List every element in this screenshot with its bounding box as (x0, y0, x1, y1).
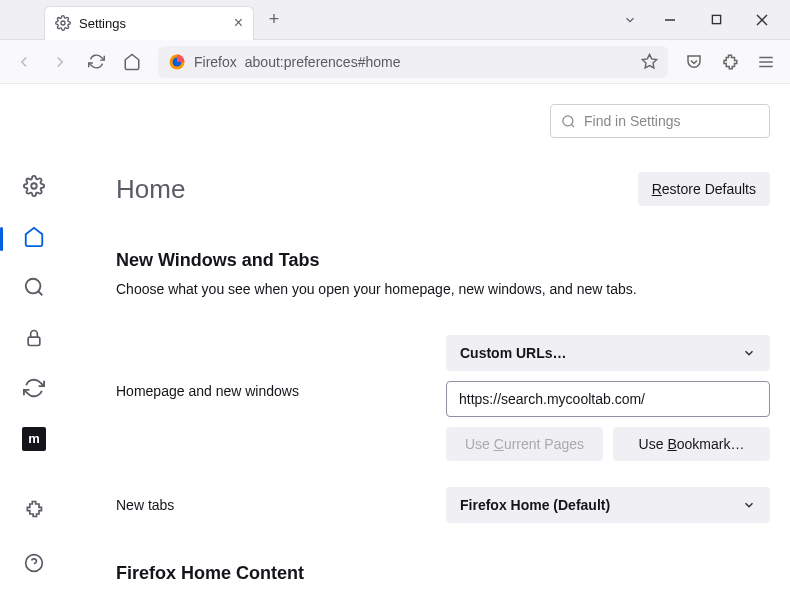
identity-label: Firefox (194, 54, 237, 70)
sidebar-item-home[interactable] (16, 221, 52, 254)
window-controls (648, 4, 790, 36)
svg-line-13 (38, 292, 42, 296)
maximize-button[interactable] (694, 4, 738, 36)
select-value: Firefox Home (Default) (460, 497, 610, 513)
browser-tab[interactable]: Settings × (44, 6, 254, 40)
svg-point-11 (31, 184, 37, 190)
svg-point-0 (61, 21, 65, 25)
app-menu-icon[interactable] (750, 46, 782, 78)
section-desc: Choose what you see when you open your h… (116, 281, 770, 297)
tabs-dropdown-icon[interactable] (612, 13, 648, 27)
use-bookmark-button[interactable]: Use Bookmark… (613, 427, 770, 461)
chevron-down-icon (742, 498, 756, 512)
select-value: Custom URLs… (460, 345, 567, 361)
pocket-icon[interactable] (678, 46, 710, 78)
newtabs-select[interactable]: Firefox Home (Default) (446, 487, 770, 523)
sidebar-item-general[interactable] (16, 170, 52, 203)
settings-sidebar: m (0, 84, 68, 591)
search-icon (561, 114, 576, 129)
sidebar-item-mdn[interactable]: m (16, 423, 52, 456)
titlebar: Settings × + (0, 0, 790, 40)
svg-point-12 (26, 279, 41, 294)
gear-icon (55, 15, 71, 31)
forward-button[interactable] (44, 46, 76, 78)
page-title: Home (116, 174, 185, 205)
new-tab-button[interactable]: + (260, 6, 288, 34)
svg-rect-14 (28, 337, 40, 345)
sidebar-item-help[interactable] (16, 545, 52, 581)
firefox-home-heading: Firefox Home Content (116, 563, 770, 584)
content-area: m Find in Settings Home Restore Defaults… (0, 84, 790, 591)
search-placeholder: Find in Settings (584, 113, 681, 129)
svg-line-18 (571, 124, 574, 127)
tab-title: Settings (79, 16, 126, 31)
homepage-select[interactable]: Custom URLs… (446, 335, 770, 371)
back-button[interactable] (8, 46, 40, 78)
home-button[interactable] (116, 46, 148, 78)
svg-rect-2 (712, 15, 720, 23)
reload-button[interactable] (80, 46, 112, 78)
nav-toolbar: Firefox about:preferences#home (0, 40, 790, 84)
homepage-label: Homepage and new windows (116, 335, 446, 399)
mdn-icon: m (22, 427, 46, 451)
settings-main: Find in Settings Home Restore Defaults N… (68, 84, 790, 591)
use-current-pages-button[interactable]: Use Current Pages (446, 427, 603, 461)
newtabs-label: New tabs (116, 497, 446, 513)
firefox-icon (168, 53, 186, 71)
bookmark-star-icon[interactable] (641, 53, 658, 70)
sidebar-item-search[interactable] (16, 271, 52, 304)
svg-point-17 (563, 115, 573, 125)
find-in-settings-input[interactable]: Find in Settings (550, 104, 770, 138)
chevron-down-icon (742, 346, 756, 360)
svg-marker-7 (642, 54, 656, 67)
section-heading: New Windows and Tabs (116, 250, 770, 271)
restore-defaults-button[interactable]: Restore Defaults (638, 172, 770, 206)
sidebar-item-sync[interactable] (16, 372, 52, 405)
homepage-url-input[interactable] (446, 381, 770, 417)
url-text: about:preferences#home (245, 54, 401, 70)
extensions-icon[interactable] (714, 46, 746, 78)
sidebar-item-privacy[interactable] (16, 322, 52, 355)
url-bar[interactable]: Firefox about:preferences#home (158, 46, 668, 78)
close-icon[interactable]: × (234, 14, 243, 32)
sidebar-item-extensions[interactable] (16, 491, 52, 527)
minimize-button[interactable] (648, 4, 692, 36)
close-window-button[interactable] (740, 4, 784, 36)
